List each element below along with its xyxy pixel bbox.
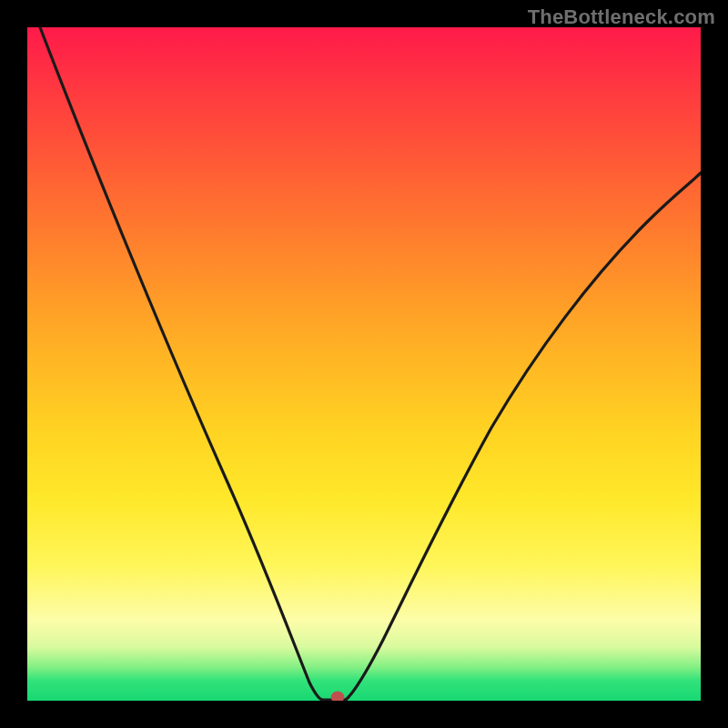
plot-area [27,27,701,701]
curve-left-branch [40,27,322,700]
bottleneck-curve [27,27,701,701]
chart-frame: TheBottleneck.com [0,0,728,728]
curve-right-branch [346,173,701,700]
optimal-point-marker [331,692,344,701]
branding-label: TheBottleneck.com [528,5,715,29]
